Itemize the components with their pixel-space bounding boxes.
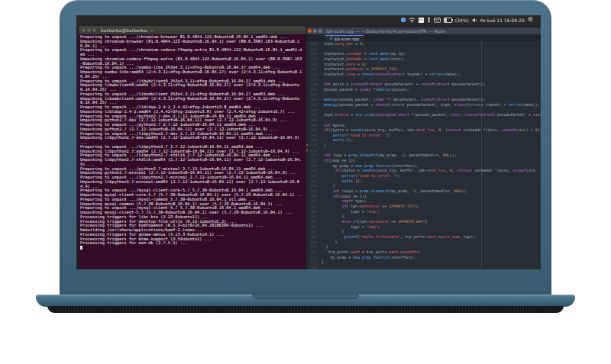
wifi-icon[interactable] (409, 17, 415, 23)
code-line[interactable]: 572 my_pcap = new_pcap_funcion(interface… (306, 255, 541, 260)
code-text: tcpPacket.protocol = IPPROTO_TCP; (319, 66, 541, 72)
line-number: 561 (306, 198, 319, 204)
code-line[interactable]: 574 (306, 265, 541, 269)
code-line[interactable]: 562 if( iph->protocol == IPPROTO_TCP){ (306, 204, 541, 209)
code-line[interactable]: 554 my_pcap = new_pcap_funcion(interface… (306, 163, 541, 169)
gutter-diff-mark (306, 144, 308, 146)
terminal-cursor (80, 246, 82, 250)
code-line[interactable]: 539 pseudo_packet = (char *)malloc(psize… (306, 87, 541, 92)
close-button[interactable] (308, 29, 312, 33)
line-number: 565 (306, 219, 319, 224)
code-line[interactable]: 561 char* type; (306, 198, 541, 204)
minimize-button[interactable] (87, 28, 91, 32)
clock[interactable]: Po kvě 11 16:09:29 (480, 18, 525, 23)
code-line[interactable]: 534 tcpPacket.zero = 0; (306, 62, 541, 67)
code-line[interactable]: 550 } (306, 143, 541, 148)
line-number: 549 (306, 137, 319, 143)
code-line[interactable]: 541 memcpy(pseudo_packet, (char *) &tcpP… (306, 97, 541, 102)
line-number: 553 (306, 158, 319, 163)
code-line[interactable]: 551 (306, 148, 541, 153)
tab-label: ipk-scan.cpp (335, 37, 360, 41)
minimize-button[interactable] (313, 29, 317, 33)
code-line[interactable]: 547 if((bytes = sendto(sock_tcp, buffer,… (306, 127, 541, 133)
code-line[interactable]: 560 if(loop2 == 1){ (306, 194, 541, 199)
maximize-button[interactable] (92, 28, 96, 32)
terminal-output[interactable]: Preparing to unpack .../chromium-browser… (79, 34, 306, 269)
code-text (319, 108, 541, 113)
code-line[interactable]: 537 (306, 77, 541, 82)
terminal-line: Unpacking libpython2.7-stdlib:amd64 (2.7… (80, 158, 304, 167)
code-line[interactable]: 545 (306, 118, 541, 123)
line-number: 564 (306, 214, 319, 219)
code-line[interactable]: 533 tcpPacket.dstAddr = inet_addr(host); (306, 56, 541, 62)
line-number: 546 (306, 123, 319, 128)
code-text: int loop = pcap_dispatch(my_pcap, -1, pa… (319, 153, 541, 158)
line-number: 540 (306, 92, 319, 98)
line-number: 558 (306, 183, 319, 188)
atom-titlebar[interactable]: ipk-scan.cpp — ~/Dokumenty/4.semester/IP… (306, 27, 541, 34)
code-line[interactable]: 563 type = "tcp"; (306, 209, 541, 214)
cpp-file-icon: C (330, 37, 333, 40)
code-line[interactable]: 556 perror("send to error: "); (306, 173, 541, 179)
code-line[interactable]: 559 int loop2 = pcap_dispatch(my_pcap, -… (306, 188, 541, 194)
code-line[interactable]: 542 memcpy(pseudo_packet + sizeof(struct… (306, 102, 541, 108)
code-line[interactable]: 543 (306, 108, 541, 113)
line-number: 569 (306, 240, 319, 245)
tab-ipk-scan[interactable]: C ipk-scan.cpp (325, 35, 364, 41)
code-line[interactable]: 552 int loop = pcap_dispatch(my_pcap, -1… (306, 153, 541, 158)
code-line[interactable]: 535 tcpPacket.protocol = IPPROTO_TCP; (306, 66, 541, 72)
code-line[interactable]: 553 if(loop == 1){ (306, 158, 541, 163)
code-line[interactable]: 570 } (306, 244, 541, 250)
code-line[interactable]: 531 (306, 47, 541, 52)
code-line[interactable]: 530 tcph->urg_ptr = 0; (306, 41, 541, 47)
line-number: 539 (306, 87, 319, 92)
code-line[interactable]: 573 } (306, 259, 541, 265)
code-line[interactable]: 564 } (306, 214, 541, 219)
code-text: } (319, 229, 541, 234)
code-line[interactable]: 566 type = "udp"; (306, 224, 541, 230)
code-line[interactable]: 565 else if(iph->protocol == IPPROTO_UDP… (306, 219, 541, 224)
terminal-titlebar[interactable]: barborka@barborka: ~ (79, 26, 306, 34)
battery-percentage[interactable]: (34%) (455, 18, 469, 23)
code-line[interactable]: 555 if((bytes = sendto(sock_tcp, buffer,… (306, 168, 541, 173)
maximize-button[interactable] (318, 29, 322, 33)
battery-icon[interactable] (444, 18, 452, 23)
terminal-line: Unpacking samba-libs:amd64 (2:4.3.11+dfs… (80, 70, 304, 79)
code-text: } (319, 214, 541, 219)
code-line[interactable]: 546 int bytes; (306, 123, 541, 128)
code-text: int loop2 = pcap_dispatch(my_pcap, -1, p… (319, 188, 541, 194)
code-editor[interactable]: 530 tcph->urg_ptr = 0;531532 tcpPacket.s… (306, 41, 541, 269)
code-text: if(loop == 1){ (319, 158, 541, 163)
code-line[interactable]: 548 perror("send to error: "); (306, 133, 541, 138)
code-line[interactable]: 568 printf("%d/%s filtered\n", tcp_ports… (306, 234, 541, 240)
bluetooth-icon[interactable] (427, 17, 431, 23)
desktop-top-panel: cs (34%) Po kvě 11 16:09:29 ⚙ (76, 15, 541, 24)
close-button[interactable] (82, 28, 86, 32)
laptop-screen: cs (34%) Po kvě 11 16:09:29 ⚙ (76, 15, 541, 269)
code-line[interactable]: 569 } (306, 240, 541, 245)
line-number: 531 (306, 47, 319, 52)
code-line[interactable]: 549 exit(-1); (306, 137, 541, 143)
line-number: 555 (306, 168, 319, 173)
mail-icon[interactable] (434, 18, 441, 23)
code-line[interactable]: 536 tcpPacket.leng = htons(sizeof(struct… (306, 72, 541, 77)
input-method-icon[interactable] (401, 18, 406, 22)
code-line[interactable]: 571 tcp_ports->act = tcp_ports->act->nex… (306, 250, 541, 255)
volume-icon[interactable] (472, 18, 477, 23)
code-line[interactable]: 540 (306, 92, 541, 98)
session-gear-icon[interactable]: ⚙ (528, 17, 533, 23)
code-line[interactable]: 538 int psize = (sizeof(struct pseudoPac… (306, 82, 541, 87)
code-line[interactable]: 544 tcph->check = tcp_csum((unsigned sho… (306, 112, 541, 118)
line-number: 560 (306, 194, 319, 199)
code-text: tcpPacket.dstAddr = inet_addr(host); (319, 56, 541, 62)
code-line[interactable]: 558 } (306, 183, 541, 188)
code-line[interactable]: 567 } (306, 229, 541, 234)
code-text: memcpy(pseudo_packet, (char *) &tcpPacke… (319, 97, 541, 102)
terminal-prompt-line (80, 246, 304, 250)
line-number: 559 (306, 188, 319, 194)
code-line[interactable]: 532 tcpPacket.srcAddr = inet_addr(my_ip)… (306, 51, 541, 56)
code-text: type = "udp"; (319, 224, 541, 230)
keyboard-layout-indicator[interactable]: cs (419, 18, 424, 23)
code-text (319, 77, 541, 82)
code-line[interactable]: 557 exit(-1); (306, 179, 541, 184)
